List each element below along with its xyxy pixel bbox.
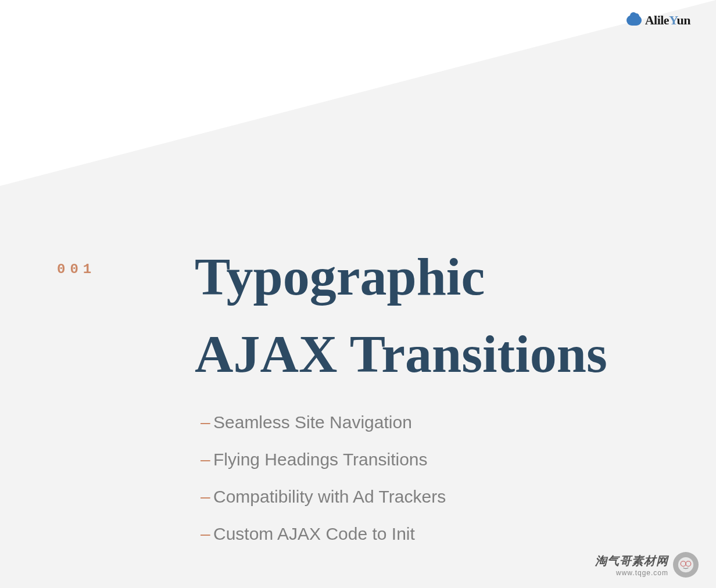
- brand-part3: un: [677, 13, 690, 27]
- cloud-icon: [627, 15, 642, 26]
- watermark-title: 淘气哥素材网: [595, 553, 668, 569]
- watermark-text: 淘气哥素材网 www.tqge.com: [595, 553, 668, 577]
- feature-item: Compatibility with Ad Trackers: [201, 487, 446, 507]
- feature-list: Seamless Site Navigation Flying Headings…: [201, 413, 446, 561]
- brand-part2: Y: [669, 13, 676, 27]
- brand-text: AlileYun: [645, 13, 690, 28]
- watermark: 淘气哥素材网 www.tqge.com: [595, 552, 699, 578]
- slide-title: Typographic AJAX Transitions: [195, 238, 607, 393]
- diagonal-background: [0, 0, 716, 186]
- title-line-2: AJAX Transitions: [195, 324, 607, 383]
- brand-logo: AlileYun: [627, 13, 690, 28]
- feature-item: Seamless Site Navigation: [201, 413, 446, 432]
- slide-number: 001: [57, 261, 96, 277]
- title-line-1: Typographic: [195, 247, 485, 306]
- watermark-url: www.tqge.com: [595, 569, 668, 577]
- brand-part1: Alile: [645, 13, 670, 27]
- watermark-avatar-icon: [673, 552, 699, 578]
- feature-item: Custom AJAX Code to Init: [201, 524, 446, 544]
- feature-item: Flying Headings Transitions: [201, 450, 446, 469]
